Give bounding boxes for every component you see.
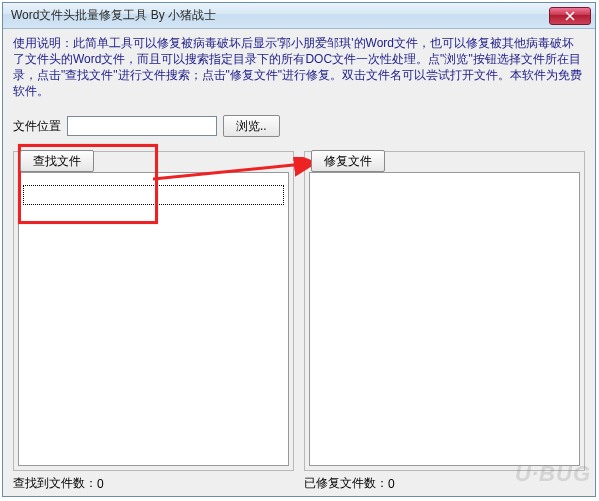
find-files-button[interactable]: 查找文件 (20, 150, 94, 172)
close-button[interactable] (549, 7, 591, 25)
panels: 查找文件 修复文件 (13, 151, 585, 471)
app-window: Word文件头批量修复工具 By 小猪战士 使用说明：此简单工具可以修复被病毒破… (2, 2, 596, 497)
repaired-count-value: 0 (388, 477, 395, 491)
right-panel: 修复文件 (304, 151, 585, 471)
repaired-count-label: 已修复文件数： (304, 475, 388, 492)
client-area: 使用说明：此简单工具可以修复被病毒破坏后显示'郭小朋爱邹琪'的Word文件，也可… (3, 29, 595, 496)
file-location-input[interactable] (67, 116, 217, 136)
window-title: Word文件头批量修复工具 By 小猪战士 (11, 7, 549, 24)
file-location-row: 文件位置 浏览.. (13, 115, 585, 137)
found-count-value: 0 (97, 477, 104, 491)
browse-button[interactable]: 浏览.. (223, 115, 280, 137)
close-icon (565, 11, 575, 21)
repair-files-button[interactable]: 修复文件 (311, 150, 385, 172)
titlebar: Word文件头批量修复工具 By 小猪战士 (3, 3, 595, 29)
status-row: 查找到文件数： 0 已修复文件数： 0 (13, 471, 585, 492)
repaired-files-list[interactable] (309, 172, 580, 466)
file-location-label: 文件位置 (13, 118, 61, 135)
list-item[interactable] (23, 185, 284, 205)
instructions-text: 使用说明：此简单工具可以修复被病毒破坏后显示'郭小朋爱邹琪'的Word文件，也可… (13, 35, 585, 99)
found-count-label: 查找到文件数： (13, 475, 97, 492)
left-panel: 查找文件 (13, 151, 294, 471)
found-files-list[interactable] (18, 172, 289, 466)
